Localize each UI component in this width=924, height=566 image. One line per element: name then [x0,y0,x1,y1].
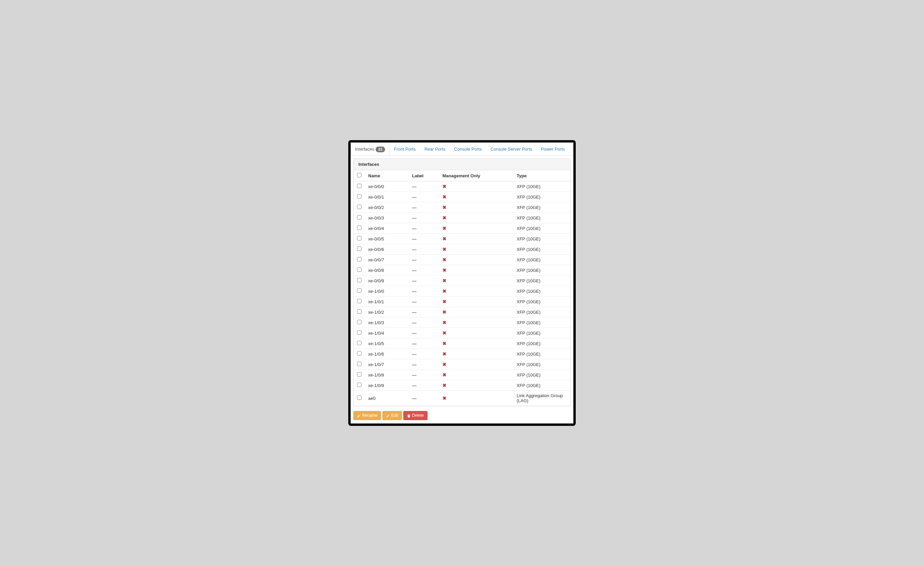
interface-mgmt-only: ✖ [439,234,513,244]
column-header-mgmt[interactable]: Management Only [439,170,513,181]
interface-name[interactable]: xe-0/0/5 [365,234,409,244]
tab-console-ports[interactable]: Console Ports [450,143,486,156]
tab-interfaces[interactable]: Interfaces21 [351,143,390,156]
row-checkbox[interactable] [357,194,362,199]
row-checkbox[interactable] [357,288,362,293]
interface-name[interactable]: xe-0/0/7 [365,254,409,265]
row-checkbox[interactable] [357,372,362,376]
interface-name[interactable]: xe-1/0/9 [365,380,409,391]
table-row: xe-0/0/0—✖XFP (10GE) [354,181,570,192]
interface-name[interactable]: xe-0/0/4 [365,223,409,234]
interface-name[interactable]: xe-1/0/2 [365,307,409,318]
tab-console-server-ports[interactable]: Console Server Ports [486,143,537,156]
x-icon: ✖ [442,320,447,325]
row-checkbox[interactable] [357,299,362,303]
select-all-checkbox[interactable] [357,173,362,177]
interface-name[interactable]: xe-0/0/9 [365,275,409,286]
table-row: xe-0/0/9—✖XFP (10GE) [354,275,570,286]
interface-name[interactable]: xe-0/0/0 [365,181,409,192]
interface-mgmt-only: ✖ [439,202,513,213]
interface-name[interactable]: xe-1/0/1 [365,297,409,307]
row-checkbox[interactable] [357,309,362,314]
column-header-label[interactable]: Label [409,170,439,181]
row-checkbox[interactable] [357,184,362,188]
tab-front-ports[interactable]: Front Ports [390,143,420,156]
row-checkbox[interactable] [357,226,362,230]
interface-name[interactable]: xe-0/0/2 [365,202,409,213]
interface-name[interactable]: xe-1/0/8 [365,370,409,380]
interface-name[interactable]: xe-0/0/8 [365,265,409,275]
tab-bar: Interfaces21Front PortsRear PortsConsole… [351,143,573,156]
rename-button[interactable]: Rename [353,411,381,420]
edit-button[interactable]: Edit [382,411,402,420]
x-icon: ✖ [442,205,447,210]
interface-label: — [409,307,439,318]
interface-label: — [409,192,439,202]
interface-label: — [409,275,439,286]
interface-name[interactable]: xe-0/0/1 [365,192,409,202]
interface-type: XFP (10GE) [513,192,570,202]
interface-mgmt-only: ✖ [439,244,513,254]
interface-mgmt-only: ✖ [439,370,513,380]
table-row: xe-0/0/3—✖XFP (10GE) [354,213,570,223]
row-checkbox[interactable] [357,341,362,345]
delete-button[interactable]: Delete [403,411,428,420]
tab-badge: 21 [376,146,385,152]
row-checkbox[interactable] [357,278,362,282]
tab-power-outlets[interactable]: Power Outlets [569,143,573,156]
column-header-name[interactable]: Name [365,170,409,181]
interface-name[interactable]: xe-1/0/7 [365,359,409,370]
interface-mgmt-only: ✖ [439,307,513,318]
table-row: xe-0/0/1—✖XFP (10GE) [354,192,570,202]
interface-name[interactable]: xe-1/0/0 [365,286,409,297]
row-checkbox[interactable] [357,257,362,261]
row-checkbox[interactable] [357,215,362,220]
interface-name[interactable]: xe-1/0/6 [365,349,409,359]
row-checkbox[interactable] [357,236,362,241]
row-checkbox[interactable] [357,351,362,355]
x-icon: ✖ [442,194,447,200]
panel-heading: Interfaces [354,159,570,170]
interface-name[interactable]: xe-1/0/4 [365,328,409,339]
interface-type: XFP (10GE) [513,286,570,297]
row-checkbox[interactable] [357,320,362,324]
app-window: Interfaces21Front PortsRear PortsConsole… [351,143,573,423]
x-icon: ✖ [442,396,447,401]
table-row: ae0—✖Link Aggregation Group (LAG) [354,391,570,406]
interface-name[interactable]: xe-0/0/3 [365,213,409,223]
row-checkbox[interactable] [357,205,362,209]
x-icon: ✖ [442,247,447,252]
interface-type: XFP (10GE) [513,328,570,339]
interface-label: — [409,359,439,370]
row-checkbox[interactable] [357,362,362,366]
interface-name[interactable]: xe-1/0/3 [365,318,409,328]
column-header-select [354,170,365,181]
interface-label: — [409,286,439,297]
interface-type: XFP (10GE) [513,244,570,254]
interface-mgmt-only: ✖ [439,359,513,370]
interface-mgmt-only: ✖ [439,265,513,275]
tab-rear-ports[interactable]: Rear Ports [420,143,450,156]
row-checkbox[interactable] [357,268,362,272]
row-checkbox[interactable] [357,330,362,335]
interface-name[interactable]: ae0 [365,391,409,406]
interface-name[interactable]: xe-1/0/5 [365,339,409,349]
interface-mgmt-only: ✖ [439,192,513,202]
row-checkbox[interactable] [357,382,362,387]
interface-label: — [409,349,439,359]
row-checkbox[interactable] [357,247,362,251]
row-checkbox[interactable] [357,396,362,400]
x-icon: ✖ [442,257,447,262]
table-row: xe-1/0/7—✖XFP (10GE) [354,359,570,370]
trash-icon [407,414,411,417]
column-header-type[interactable]: Type [513,170,570,181]
interface-type: XFP (10GE) [513,380,570,391]
pencil-icon [386,414,390,417]
table-row: xe-0/0/7—✖XFP (10GE) [354,254,570,265]
table-row: xe-1/0/3—✖XFP (10GE) [354,318,570,328]
tab-power-ports[interactable]: Power Ports [537,143,569,156]
interface-mgmt-only: ✖ [439,380,513,391]
interface-name[interactable]: xe-0/0/6 [365,244,409,254]
table-row: xe-0/0/6—✖XFP (10GE) [354,244,570,254]
tab-label: Front Ports [394,146,416,152]
